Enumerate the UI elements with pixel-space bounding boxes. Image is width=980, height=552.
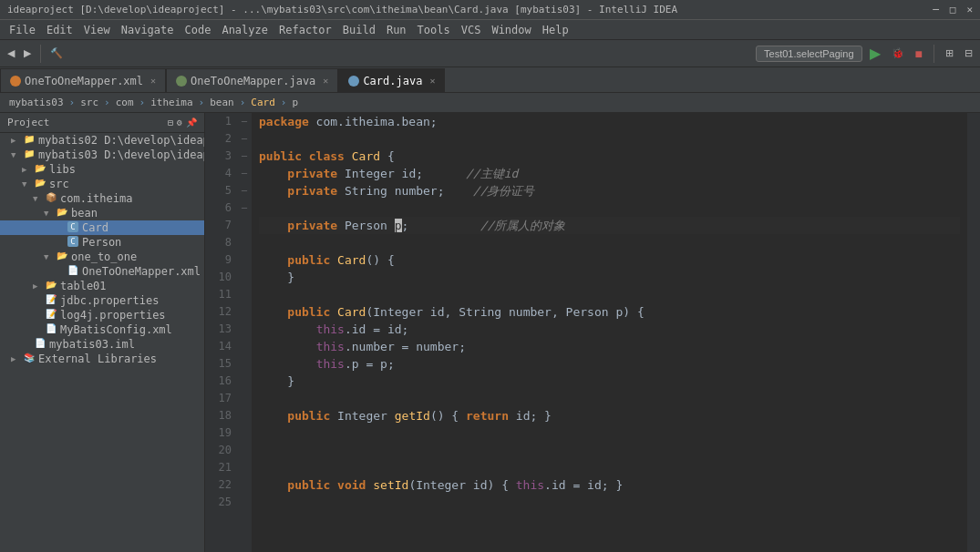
toolbar-build-btn[interactable]: 🔨: [46, 46, 67, 61]
tree-log4j-props[interactable]: 📝 log4j.properties: [0, 308, 204, 322]
close-tab-card[interactable]: ✕: [429, 76, 435, 86]
tree-label-person: Person: [82, 236, 121, 249]
menu-vcs[interactable]: VCS: [456, 24, 487, 36]
breadcrumb-card[interactable]: Card: [249, 97, 277, 108]
code-line-16: }: [259, 373, 960, 390]
code-line-11: [259, 286, 960, 303]
minimize-btn[interactable]: ─: [933, 4, 939, 15]
breadcrumb-bean[interactable]: bean: [208, 97, 236, 108]
code-line-9: public Card() {: [259, 251, 960, 269]
close-tab-java[interactable]: ✕: [323, 76, 328, 86]
fold-zone: ─ ─ ─ ─ ─ ─: [237, 113, 252, 552]
tree-jdbc-props[interactable]: 📝 jdbc.properties: [0, 293, 204, 308]
code-line-19: [259, 424, 960, 442]
code-line-10: }: [259, 269, 960, 286]
project-icon-2: 📁: [22, 148, 36, 161]
tree-label-jdbc: jdbc.properties: [60, 294, 159, 307]
sidebar-title: Project: [7, 117, 49, 128]
code-line-6: [259, 199, 960, 217]
menu-bar: File Edit View Navigate Code Analyze Ref…: [0, 20, 980, 40]
sidebar-tree: ▶ 📁 mybatis02 D:\develop\ideaproject\m..…: [0, 133, 204, 552]
folder-icon-bean: 📂: [55, 207, 69, 220]
menu-window[interactable]: Window: [486, 24, 536, 36]
tab-onetoonemapper-java[interactable]: OneToOneMapper.java ✕: [166, 68, 338, 92]
tree-mybatis03-iml[interactable]: 📄 mybatis03.iml: [0, 337, 204, 352]
menu-refactor[interactable]: Refactor: [273, 24, 337, 36]
tab-onetoonemapper-xml[interactable]: OneToOneMapper.xml ✕: [0, 68, 166, 92]
tree-label-oto-xml: OneToOneMapper.xml: [82, 265, 201, 278]
code-line-22: public void setId(Integer id) { this.id …: [259, 476, 960, 494]
tab-label-xml: OneToOneMapper.xml: [25, 75, 143, 87]
menu-help[interactable]: Help: [537, 24, 574, 36]
tree-label-table01: table01: [60, 280, 107, 292]
menu-build[interactable]: Build: [337, 24, 381, 36]
editor: 1 2 3 4 5 6 7 8 9 10 11 12 13 14 15 16 1: [205, 113, 980, 552]
sidebar-collapse-btn[interactable]: ⊟: [168, 118, 173, 128]
tree-mybatis03[interactable]: ▼ 📁 mybatis03 D:\develop\ideaproject\m..…: [0, 148, 204, 162]
code-line-13: this.id = id;: [259, 321, 960, 338]
tree-mybatis-config[interactable]: 📄 MyBatisConfig.xml: [0, 322, 204, 337]
xml-file-icon: 📄: [66, 265, 80, 278]
menu-file[interactable]: File: [4, 24, 41, 36]
folder-icon-oto: 📂: [55, 250, 69, 263]
maximize-btn[interactable]: □: [950, 4, 956, 15]
java-icon: [176, 76, 187, 87]
menu-code[interactable]: Code: [180, 24, 217, 36]
menu-tools[interactable]: Tools: [412, 24, 456, 36]
close-tab-xml[interactable]: ✕: [150, 76, 156, 86]
tree-label-libs: libs: [49, 163, 76, 176]
menu-analyze[interactable]: Analyze: [216, 24, 273, 36]
stop-btn[interactable]: ■: [912, 45, 926, 63]
tree-bean[interactable]: ▼ 📂 bean: [0, 206, 204, 220]
tree-src[interactable]: ▼ 📂 src: [0, 177, 204, 191]
tree-com-itheima[interactable]: ▼ 📦 com.itheima: [0, 191, 204, 206]
breadcrumb-mybatis03[interactable]: mybatis03: [7, 97, 66, 108]
code-line-25: [259, 494, 960, 511]
tree-table01[interactable]: ▶ 📂 table01: [0, 279, 204, 293]
tree-card[interactable]: C Card: [0, 220, 204, 235]
sidebar-settings-btn[interactable]: ⚙: [177, 118, 182, 128]
code-line-2: [259, 130, 960, 148]
line-numbers: 1 2 3 4 5 6 7 8 9 10 11 12 13 14 15 16 1: [205, 113, 237, 552]
iml-icon: 📄: [33, 338, 47, 351]
menu-view[interactable]: View: [78, 24, 116, 36]
tree-mybatis02[interactable]: ▶ 📁 mybatis02 D:\develop\ideaproject\m..…: [0, 133, 204, 148]
card-icon: [348, 76, 359, 87]
menu-navigate[interactable]: Navigate: [116, 24, 180, 36]
menu-edit[interactable]: Edit: [41, 24, 78, 36]
breadcrumb-itheima[interactable]: itheima: [149, 97, 194, 108]
class-icon-card: C: [66, 221, 80, 234]
run-config-select[interactable]: Test01.selectPaging: [756, 46, 861, 62]
xml-icon: [10, 76, 21, 87]
toolbar-forward-btn[interactable]: ▶: [20, 46, 35, 61]
tree-person[interactable]: C Person: [0, 235, 204, 250]
code-area[interactable]: 1 2 3 4 5 6 7 8 9 10 11 12 13 14 15 16 1: [205, 113, 980, 552]
tree-label-mybatis03: mybatis03 D:\develop\ideaproject\m...: [38, 148, 204, 161]
package-icon: 📦: [44, 192, 58, 205]
breadcrumb-src[interactable]: src: [78, 97, 100, 108]
run-btn[interactable]: ▶: [866, 43, 884, 64]
debug-btn[interactable]: 🐞: [888, 46, 908, 61]
tree-oto-mapper-xml[interactable]: 📄 OneToOneMapper.xml: [0, 264, 204, 279]
sidebar: Project ⊟ ⚙ 📌 ▶ 📁 mybatis02 D:\develop\i…: [0, 113, 205, 552]
toolbar-back-btn[interactable]: ◀: [4, 46, 18, 61]
toolbar-extra-2[interactable]: ⊟: [961, 46, 976, 61]
code-line-12: public Card(Integer id, String number, P…: [259, 303, 960, 321]
toolbar-extra-1[interactable]: ⊞: [942, 46, 957, 61]
menu-run[interactable]: Run: [381, 24, 412, 36]
tree-external-libs[interactable]: ▶ 📚 External Libraries: [0, 352, 204, 366]
tab-label-card: Card.java: [363, 75, 422, 87]
tree-libs[interactable]: ▶ 📂 libs: [0, 162, 204, 177]
code-line-21: [259, 459, 960, 476]
breadcrumb-com[interactable]: com: [114, 97, 136, 108]
code-line-17: [259, 390, 960, 407]
tree-one-to-one[interactable]: ▼ 📂 one_to_one: [0, 250, 204, 264]
breadcrumb: mybatis03 › src › com › itheima › bean ›…: [0, 93, 980, 113]
code-content[interactable]: package com.itheima.bean; public class C…: [252, 113, 967, 552]
sidebar-pin-btn[interactable]: 📌: [186, 118, 197, 128]
close-btn[interactable]: ✕: [966, 4, 973, 15]
tab-card-java[interactable]: Card.java ✕: [338, 68, 445, 92]
xml-icon-config: 📄: [44, 323, 58, 336]
breadcrumb-p[interactable]: p: [290, 97, 300, 108]
folder-icon-libs: 📂: [33, 163, 47, 176]
